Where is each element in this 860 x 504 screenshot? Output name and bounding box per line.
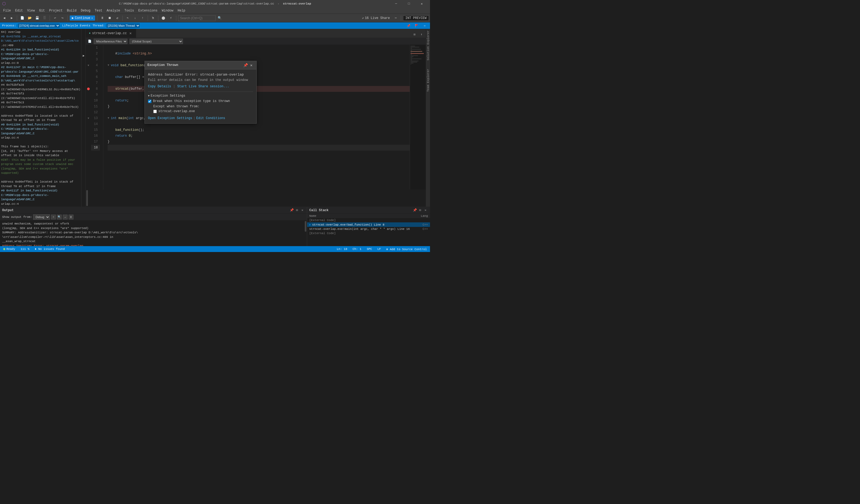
output-source-select[interactable]: Debug xyxy=(33,214,50,220)
search-icon[interactable]: 🔍 xyxy=(217,15,223,21)
add-to-source-control-button[interactable]: ⊕ Add to Source Control xyxy=(385,248,428,251)
close-button[interactable]: ✕ xyxy=(416,0,428,8)
fold-arrow-4[interactable]: ▼ xyxy=(88,64,89,67)
callstack-lang-header: Lang xyxy=(421,214,428,218)
int-preview-button[interactable]: INT PREVIEW xyxy=(403,15,429,21)
editor-expand-button[interactable]: ⬆ xyxy=(418,31,425,38)
open-exception-settings-link[interactable]: Open Exception Settings xyxy=(148,116,192,120)
exception-close-button[interactable]: ✕ xyxy=(249,63,254,68)
search-input[interactable] xyxy=(178,15,216,21)
pause-button[interactable]: ⏸ xyxy=(99,15,105,21)
callstack-row-external-1[interactable]: [External Code] xyxy=(307,218,430,222)
gutter-15 xyxy=(86,127,91,133)
tab-label: strncat-overlap.cc xyxy=(92,31,127,35)
output-scrollbar[interactable] xyxy=(304,221,307,246)
output-pin-button[interactable]: 📌 xyxy=(289,208,294,213)
lifecycle-info: Lifecycle Events xyxy=(62,24,90,27)
fold-arrow-13[interactable]: ▼ xyxy=(88,117,89,120)
menu-edit[interactable]: Edit xyxy=(13,8,25,14)
save-button[interactable]: 💾 xyxy=(34,15,40,21)
maximize-button[interactable]: □ xyxy=(403,0,415,8)
editor-area: ● strncat-overlap.cc ✕ ⊞ ⬆ 📄 Miscellaneo… xyxy=(86,29,426,207)
output-filter-btn-1[interactable]: ≡ xyxy=(51,214,56,219)
more-toolbar-options[interactable]: ⋯ xyxy=(392,15,399,21)
fold-indicator-4[interactable]: ▼ xyxy=(108,62,111,68)
exception-except-checkbox[interactable] xyxy=(153,110,157,113)
output-scrollbar-thumb[interactable] xyxy=(305,221,306,232)
menu-view[interactable]: View xyxy=(25,8,37,14)
continue-button[interactable]: ▶ Continue ▾ xyxy=(70,15,95,20)
callstack-close-button[interactable]: ✕ xyxy=(423,208,428,213)
split-editor-button[interactable]: ⊞ xyxy=(411,31,418,38)
exception-settings-toolbar[interactable]: ⚡ xyxy=(168,15,174,21)
process-select[interactable]: [37924] strncat-overlap.exe xyxy=(17,23,60,28)
team-explorer-tab[interactable]: Team Explorer xyxy=(427,67,430,93)
menu-extensions[interactable]: Extensions xyxy=(136,8,160,14)
tab-strnccat-overlap[interactable]: ● strncat-overlap.cc ✕ xyxy=(86,29,136,38)
new-file-button[interactable]: 📄 xyxy=(19,15,25,21)
title-bar-title: C:\MSDN\cpp-docs-pr\docs\c-language\ASAN… xyxy=(119,2,311,5)
menu-help[interactable]: Help xyxy=(175,8,187,14)
live-share-button[interactable]: ↗ 16 Live Share xyxy=(360,15,391,20)
stop-button[interactable]: ⏹ xyxy=(106,15,113,21)
minimize-button[interactable]: ─ xyxy=(390,0,402,8)
zoom-level[interactable]: 111 % xyxy=(19,248,30,251)
callstack-expand-button[interactable]: ⊟ xyxy=(418,208,422,213)
flag-button[interactable]: 🚩 xyxy=(413,23,420,29)
output-wrap-btn[interactable]: ↵ xyxy=(63,214,68,219)
menu-analyze[interactable]: Analyze xyxy=(104,8,122,14)
debug-pointer-icon[interactable]: ➤ xyxy=(82,54,85,59)
callstack-row-bad-function[interactable]: ▶ strncat-overlap.exe!bad_function() Lin… xyxy=(307,222,430,227)
scope-select[interactable]: (Global Scope) xyxy=(130,39,183,44)
menu-git[interactable]: Git xyxy=(37,8,47,14)
status-ready[interactable]: Ready xyxy=(2,248,16,251)
open-button[interactable]: 📂 xyxy=(26,15,33,21)
callstack-row-external-2[interactable]: [External Code] xyxy=(307,231,430,235)
pin-thread-button[interactable]: 📌 xyxy=(405,23,412,29)
callstack-row-main[interactable]: strncat-overlap.exe!main(int argc, char … xyxy=(307,227,430,231)
output-filter-btn-2[interactable]: 🔍 xyxy=(57,214,62,219)
output-line-2: (longjmp, SEH and C++ exceptions *are* s… xyxy=(2,226,302,231)
line-ending-info[interactable]: LF xyxy=(376,248,382,251)
fold-indicator-13[interactable]: ▼ xyxy=(108,115,111,121)
continue-dropdown-icon[interactable]: ▾ xyxy=(91,17,93,20)
solution-explorer-tab[interactable]: Solution Explorer xyxy=(427,29,430,62)
output-clear-btn[interactable]: 🗑 xyxy=(69,214,73,219)
menu-debug[interactable]: Debug xyxy=(78,8,92,14)
undo-button[interactable]: ↩ xyxy=(52,15,58,21)
copy-details-link[interactable]: Copy Details xyxy=(148,85,171,88)
forward-button[interactable]: ▶ xyxy=(9,15,15,21)
title-bar-controls: ─ □ ✕ xyxy=(390,0,428,8)
callstack-pin-button[interactable]: 📌 xyxy=(412,208,417,213)
line-col-info[interactable]: Ln: 18 Ch: 1 xyxy=(336,248,362,251)
exception-break-checkbox[interactable] xyxy=(148,100,152,103)
tab-close-button[interactable]: ✕ xyxy=(128,31,133,35)
step-out-button[interactable]: ↑ xyxy=(140,15,146,21)
menu-test[interactable]: Test xyxy=(93,8,105,14)
restart-button[interactable]: ↺ xyxy=(114,15,120,21)
thread-action-button[interactable]: ⋯ xyxy=(421,23,428,29)
thread-select[interactable]: [25156] Main Thread xyxy=(106,23,140,28)
menu-file[interactable]: File xyxy=(1,8,13,14)
live-share-session-link[interactable]: Start Live Share session... xyxy=(177,85,229,88)
menu-project[interactable]: Project xyxy=(47,8,64,14)
back-button[interactable]: ◀ xyxy=(1,15,8,21)
output-panel-button[interactable]: ⊟ xyxy=(295,208,299,213)
no-issues-indicator[interactable]: ● No issues found xyxy=(34,248,66,251)
editor-scrollbar[interactable] xyxy=(86,190,88,207)
output-close-button[interactable]: ✕ xyxy=(300,208,305,213)
step-into-button[interactable]: ↓ xyxy=(132,15,138,21)
menu-tools[interactable]: Tools xyxy=(122,8,136,14)
menu-window[interactable]: Window xyxy=(160,8,175,14)
exception-pin-button[interactable]: 📌 xyxy=(243,63,248,68)
file-path-select[interactable]: Miscellaneous Files xyxy=(94,39,127,44)
redo-button[interactable]: ↪ xyxy=(59,15,66,21)
editor-scrollbar-thumb[interactable] xyxy=(86,190,88,206)
save-all-button[interactable]: 🗄 xyxy=(41,15,48,21)
run-click-button[interactable]: 🖱 xyxy=(150,15,156,21)
encoding-info[interactable]: SPC xyxy=(366,248,373,251)
breakpoints-button[interactable]: ⬤ xyxy=(160,15,167,21)
step-over-button[interactable]: ↷ xyxy=(125,15,131,21)
menu-build[interactable]: Build xyxy=(64,8,78,14)
edit-conditions-link[interactable]: Edit Conditions xyxy=(196,116,225,120)
